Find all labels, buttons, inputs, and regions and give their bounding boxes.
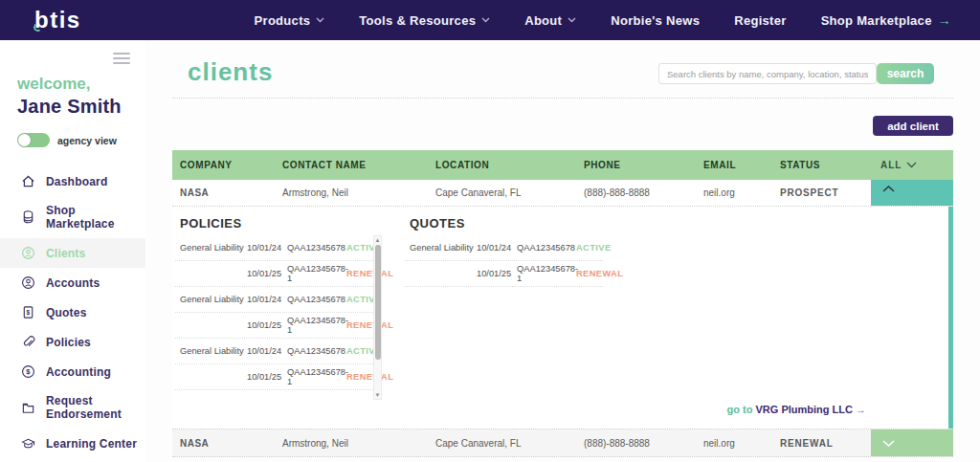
phone-cell: (888)-888-8888 xyxy=(584,438,703,449)
main-content: clients search add client COMPANY CONTAC… xyxy=(145,40,980,462)
policy-row[interactable]: 10/01/25 QAA12345678-1 RENEWAL xyxy=(175,261,373,287)
column-header-contact-name: CONTACT NAME xyxy=(282,160,435,170)
policy-status: RENEWAL xyxy=(346,320,393,330)
policy-coverage: General Liability xyxy=(180,295,247,304)
nav-shop-marketplace[interactable]: Shop Marketplace → xyxy=(821,12,951,28)
paperclip-icon xyxy=(21,335,35,349)
nav-register[interactable]: Register xyxy=(734,13,786,28)
policy-row[interactable]: 10/01/25 QAA12345678-1 RENEWAL xyxy=(175,313,373,339)
collapse-row-button[interactable] xyxy=(871,180,953,206)
policy-coverage: General Liability xyxy=(180,243,247,253)
hamburger-menu-icon[interactable] xyxy=(113,50,130,67)
company-link[interactable]: NASA xyxy=(172,438,282,449)
sidebar-item-learning-center[interactable]: Learning Center xyxy=(0,429,145,458)
chevron-down-icon xyxy=(882,440,895,447)
sidebar-item-request-endorsement[interactable]: Request Endorsement xyxy=(0,386,145,429)
toggle-knob xyxy=(18,134,31,146)
chevron-down-icon xyxy=(906,162,917,168)
sidebar-item-dashboard[interactable]: Dashboard xyxy=(0,166,145,196)
contact-name-cell: Armstrong, Neil xyxy=(282,438,435,449)
policy-date: 10/01/25 xyxy=(247,320,287,330)
sidebar-item-label: Accounts xyxy=(46,276,100,290)
contact-name-cell: Armstrong, Neil xyxy=(282,187,435,198)
policy-status: RENEWAL xyxy=(346,372,393,382)
expand-row-button[interactable] xyxy=(871,429,953,456)
app-window: btis Products Tools & Resources About No… xyxy=(0,0,980,462)
search-button[interactable]: search xyxy=(877,63,934,84)
sidebar-menu: Dashboard Shop Marketplace Clients Accou… xyxy=(0,166,145,462)
sidebar-item-accounting[interactable]: $ Accounting xyxy=(0,357,145,386)
sidebar-item-label: Dashboard xyxy=(46,175,107,188)
user-name: Jane Smith xyxy=(17,96,145,118)
policy-row[interactable]: General Liability 10/01/24 QAA12345678 A… xyxy=(175,235,373,261)
table-row[interactable]: NASA Armstrong, Neil Cape Canaveral, FL … xyxy=(172,429,953,457)
table-row[interactable]: NASA Armstrong, Neil Cape Canaveral, FL … xyxy=(172,180,953,207)
status-badge: PROSPECT xyxy=(780,187,871,198)
sidebar-item-clients[interactable]: Clients xyxy=(0,238,145,268)
column-header-location: LOCATION xyxy=(435,160,584,170)
chevron-down-icon xyxy=(568,17,576,23)
nav-norbies-news[interactable]: Norbie's News xyxy=(611,13,700,28)
person-circle-icon xyxy=(21,246,35,260)
location-cell: Cape Canaveral, FL xyxy=(435,438,584,449)
policy-date: 10/01/25 xyxy=(247,269,287,278)
policy-status: RENEWAL xyxy=(346,269,393,278)
welcome-text: welcome, xyxy=(17,75,145,94)
nav-register-label: Register xyxy=(734,13,786,28)
email-cell: neil.org xyxy=(703,438,780,449)
sidebar-item-label: Policies xyxy=(46,336,91,349)
company-link[interactable]: NASA xyxy=(172,187,282,198)
quote-row[interactable]: General Liability 10/01/24 QAA12345678 A… xyxy=(405,235,603,261)
nav-tools-resources-label: Tools & Resources xyxy=(359,13,476,28)
sidebar-item-policies[interactable]: Policies xyxy=(0,327,145,357)
scrollbar-thumb[interactable] xyxy=(375,245,381,360)
agency-view-toggle[interactable] xyxy=(17,133,50,147)
nav-products[interactable]: Products xyxy=(255,13,325,28)
status-filter-dropdown[interactable]: ALL xyxy=(871,160,953,170)
policy-date: 10/01/25 xyxy=(247,372,287,382)
sidebar-item-label: Accounting xyxy=(46,365,111,379)
policy-number: QAA12345678-1 xyxy=(287,316,346,335)
policies-list: General Liability 10/01/24 QAA12345678 A… xyxy=(175,235,373,390)
quote-row[interactable]: 10/01/25 QAA12345678-1 RENEWAL xyxy=(405,261,603,287)
policy-row[interactable]: 10/01/25 QAA12345678-1 RENEWAL xyxy=(175,364,373,390)
chevron-down-icon xyxy=(481,17,490,23)
sidebar: welcome, Jane Smith agency view Dashboar… xyxy=(0,40,145,462)
nav-tools-resources[interactable]: Tools & Resources xyxy=(359,13,490,28)
sidebar-item-accounts[interactable]: Accounts xyxy=(0,268,145,297)
quote-date: 10/01/25 xyxy=(477,269,517,278)
goto-client-link[interactable]: go to VRG Plumbing LLC → xyxy=(727,404,866,415)
policy-row[interactable]: General Liability 10/01/24 QAA12345678 A… xyxy=(175,339,373,364)
add-client-button[interactable]: add client xyxy=(873,116,953,136)
folder-icon xyxy=(21,401,35,415)
quote-coverage: General Liability xyxy=(410,243,477,253)
column-header-email: EMAIL xyxy=(703,160,780,170)
goto-prefix: go to xyxy=(727,404,756,415)
quote-status: ACTIVE xyxy=(576,243,612,253)
policy-number: QAA12345678 xyxy=(287,295,346,304)
arrow-right-icon: → xyxy=(938,12,951,28)
quotes-section-title: QUOTES xyxy=(410,216,465,231)
scroll-up-arrow-icon[interactable]: ▲ xyxy=(374,236,381,244)
sidebar-item-label: Request Endorsement xyxy=(46,394,142,421)
sidebar-item-certificate-of-insurance[interactable]: Certificate of Insurance xyxy=(0,458,145,462)
policy-number: QAA12345678-1 xyxy=(287,367,346,386)
sidebar-item-quotes[interactable]: $ Quotes xyxy=(0,297,145,327)
sidebar-item-shop-marketplace[interactable]: Shop Marketplace xyxy=(0,196,145,238)
btis-logo[interactable]: btis xyxy=(34,7,81,33)
quote-number: QAA12345678 xyxy=(517,243,576,253)
search-input[interactable] xyxy=(658,63,877,84)
policy-number: QAA12345678 xyxy=(287,243,346,253)
sidebar-item-label: Quotes xyxy=(46,306,87,319)
policies-scrollbar[interactable]: ▲ ▼ xyxy=(373,235,382,400)
scroll-down-arrow-icon[interactable]: ▼ xyxy=(374,391,381,399)
policy-row[interactable]: General Liability 10/01/24 QAA12345678 A… xyxy=(175,287,373,313)
clients-table: COMPANY CONTACT NAME LOCATION PHONE EMAI… xyxy=(172,150,953,457)
svg-text:$: $ xyxy=(27,309,31,317)
nav-shop-marketplace-label: Shop Marketplace xyxy=(821,13,932,28)
policies-section-title: POLICIES xyxy=(180,216,242,231)
nav-norbies-news-label: Norbie's News xyxy=(611,13,700,28)
document-dollar-icon: $ xyxy=(21,305,35,319)
nav-about[interactable]: About xyxy=(524,13,576,28)
policy-number: QAA12345678 xyxy=(287,346,346,356)
